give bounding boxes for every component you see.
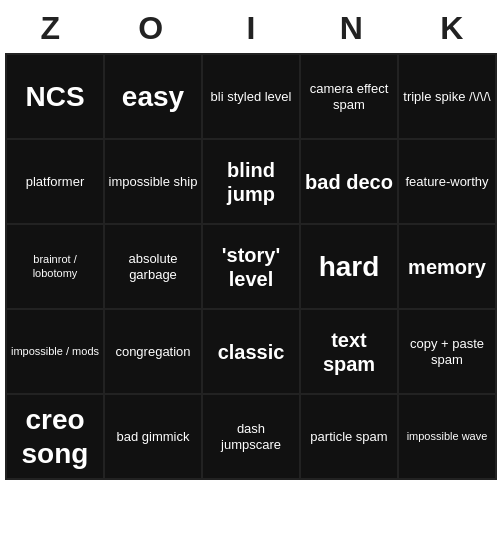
cell-r4-c3[interactable]: particle spam	[300, 394, 398, 479]
cell-r0-c3[interactable]: camera effect spam	[300, 54, 398, 139]
cell-r3-c0[interactable]: impossible / mods	[6, 309, 104, 394]
cell-r4-c4[interactable]: impossible wave	[398, 394, 496, 479]
cell-r1-c1[interactable]: impossible ship	[104, 139, 202, 224]
cell-r1-c3[interactable]: bad deco	[300, 139, 398, 224]
cell-r3-c2[interactable]: classic	[202, 309, 300, 394]
header-letter-k: K	[407, 10, 497, 47]
cell-r0-c1[interactable]: easy	[104, 54, 202, 139]
header-letter-i: I	[206, 10, 296, 47]
cell-r3-c1[interactable]: congregation	[104, 309, 202, 394]
cell-r4-c1[interactable]: bad gimmick	[104, 394, 202, 479]
cell-r1-c2[interactable]: blind jump	[202, 139, 300, 224]
cell-r0-c4[interactable]: triple spike /\/\/\	[398, 54, 496, 139]
cell-r4-c2[interactable]: dash jumpscare	[202, 394, 300, 479]
cell-r1-c4[interactable]: feature-worthy	[398, 139, 496, 224]
cell-r0-c0[interactable]: NCS	[6, 54, 104, 139]
bingo-table: NCSeasybli styled levelcamera effect spa…	[5, 53, 497, 480]
cell-r2-c2[interactable]: 'story' level	[202, 224, 300, 309]
header-letter-n: N	[306, 10, 396, 47]
cell-r2-c4[interactable]: memory	[398, 224, 496, 309]
cell-r2-c3[interactable]: hard	[300, 224, 398, 309]
header-letter-z: Z	[5, 10, 95, 47]
cell-r0-c2[interactable]: bli styled level	[202, 54, 300, 139]
header-letter-o: O	[106, 10, 196, 47]
cell-r2-c1[interactable]: absolute garbage	[104, 224, 202, 309]
cell-r3-c3[interactable]: text spam	[300, 309, 398, 394]
cell-r3-c4[interactable]: copy + paste spam	[398, 309, 496, 394]
cell-r4-c0[interactable]: creo song	[6, 394, 104, 479]
bingo-header: Z O I N K	[0, 0, 502, 53]
cell-r2-c0[interactable]: brainrot / lobotomy	[6, 224, 104, 309]
cell-r1-c0[interactable]: platformer	[6, 139, 104, 224]
